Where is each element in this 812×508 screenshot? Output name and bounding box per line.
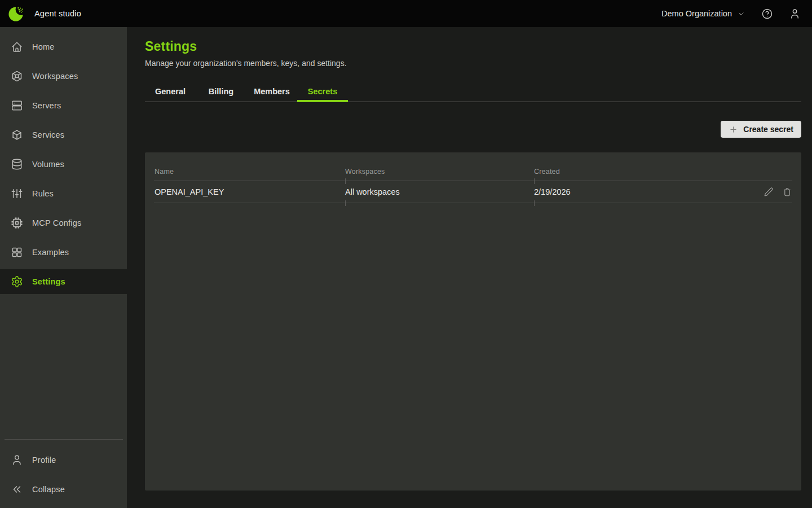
table-row: OPENAI_API_KEY All workspaces 2/19/2026 [154,181,792,203]
sidebar-item-rules[interactable]: Rules [0,181,127,206]
org-selector[interactable]: Demo Organization [661,9,745,18]
servers-icon [11,99,23,112]
secret-workspaces-cell: All workspaces [345,187,534,196]
sidebar-item-label: Home [32,42,54,51]
sidebar-item-label: Volumes [32,160,64,169]
user-account-icon[interactable] [789,8,801,20]
sidebar-item-label: Servers [32,101,61,110]
mcp-configs-icon [11,217,23,229]
page-title: Settings [145,38,801,54]
sidebar-item-profile[interactable]: Profile [0,448,127,472]
sidebar-item-label: Profile [32,456,56,465]
sidebar-item-settings[interactable]: Settings [0,269,127,294]
sidebar-item-label: Settings [32,277,65,286]
delete-secret-icon[interactable] [782,187,792,197]
sidebar-item-workspaces[interactable]: Workspaces [0,64,127,89]
sidebar-item-label: Services [32,130,64,139]
column-divider-tick [345,178,346,184]
tab-secrets[interactable]: Secrets [297,81,348,102]
sidebar-item-label: Collapse [32,485,65,494]
sidebar-item-label: Examples [32,248,69,257]
sidebar-item-label: MCP Configs [32,218,81,227]
app-title: Agent studio [34,9,81,18]
volumes-icon [11,158,23,170]
topbar: Agent studio Demo Organization [0,0,812,27]
page-subtitle: Manage your organization's members, keys… [145,59,801,68]
rules-icon [11,187,23,200]
secrets-toolbar: Create secret [145,121,801,138]
column-divider-tick [534,178,535,184]
create-secret-label: Create secret [743,125,793,134]
workspaces-icon [11,70,23,82]
settings-tabs: General Billing Members Secrets [145,81,801,102]
sidebar-item-examples[interactable]: Examples [0,240,127,265]
collapse-icon [11,483,23,496]
tab-members[interactable]: Members [246,81,297,102]
brand: Agent studio [8,5,81,23]
column-divider-tick [534,200,535,206]
sidebar-item-volumes[interactable]: Volumes [0,152,127,177]
sidebar-item-home[interactable]: Home [0,34,127,59]
sidebar-item-label: Rules [32,189,54,198]
app-logo-icon [8,5,25,23]
sidebar-divider [5,439,123,440]
sidebar: Home Workspaces Servers [0,27,127,508]
sidebar-item-services[interactable]: Services [0,122,127,147]
sidebar-item-label: Workspaces [32,72,78,81]
column-header-created: Created [534,168,755,176]
help-icon[interactable] [761,8,773,20]
column-divider-tick [345,200,346,206]
plus-icon [729,125,738,134]
create-secret-button[interactable]: Create secret [721,121,801,138]
org-selector-label: Demo Organization [661,9,732,18]
secret-name-cell: OPENAI_API_KEY [154,187,345,196]
settings-gear-icon [11,275,23,288]
services-icon [11,129,23,141]
tab-billing[interactable]: Billing [196,81,246,102]
main-content: Settings Manage your organization's memb… [127,27,812,508]
column-header-name: Name [154,168,345,176]
home-icon [11,41,23,53]
sidebar-item-collapse[interactable]: Collapse [0,477,127,502]
table-header-row: Name Workspaces Created [154,152,792,181]
sidebar-item-mcp-configs[interactable]: MCP Configs [0,211,127,235]
secrets-table-card: Name Workspaces Created OPENAI_API_KEY A… [145,152,801,491]
examples-icon [11,246,23,259]
tab-general[interactable]: General [145,81,196,102]
edit-secret-icon[interactable] [764,187,774,197]
profile-icon [11,454,23,466]
chevron-down-icon [737,10,745,18]
sidebar-nav: Home Workspaces Servers [0,27,127,439]
secret-created-cell: 2/19/2026 [534,187,755,196]
sidebar-footer: Profile Collapse [0,439,127,508]
sidebar-item-servers[interactable]: Servers [0,93,127,118]
column-header-workspaces: Workspaces [345,168,534,176]
